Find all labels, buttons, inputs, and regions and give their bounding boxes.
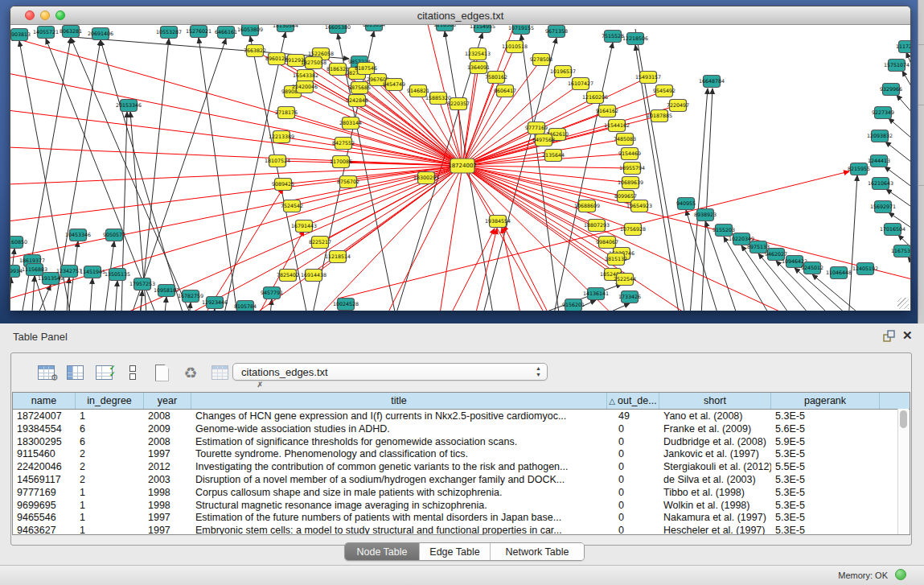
graph-node[interactable]: 12093832 <box>867 130 893 142</box>
network-canvas[interactable]: 1903813140557218063281206914061055328715… <box>10 25 910 311</box>
graph-node[interactable]: 15692971 <box>870 201 896 213</box>
table-settings-button[interactable]: ⚙ <box>35 362 56 383</box>
graph-node[interactable]: 8938923 <box>694 209 717 221</box>
memory-ok-icon[interactable] <box>895 569 906 580</box>
graph-node[interactable]: 18130544 <box>273 25 298 32</box>
graph-node[interactable]: 11544162 <box>604 120 630 132</box>
graph-node[interactable]: 9089425 <box>272 179 294 191</box>
graph-node[interactable]: 8225217 <box>309 237 331 249</box>
graph-node[interactable]: 8427552 <box>332 138 355 150</box>
graph-node[interactable]: 10719155 <box>508 25 534 35</box>
column-header-in-degree[interactable]: in_degree <box>76 393 144 409</box>
table-row[interactable]: 946554611997Estimation of the future num… <box>13 511 910 524</box>
graph-node[interactable]: 16648784 <box>699 76 725 88</box>
column-header-name[interactable]: name <box>13 393 76 409</box>
graph-node[interactable]: 10024528 <box>333 299 359 311</box>
select-all-columns-button[interactable]: ✓✓ <box>93 362 114 383</box>
graph-node[interactable]: 7825402 <box>277 270 299 282</box>
graph-node[interactable]: 25160850 <box>10 237 27 249</box>
graph-node[interactable]: 18955794 <box>619 163 645 175</box>
new-table-button[interactable] <box>151 362 172 383</box>
graph-node[interactable]: 16543382 <box>293 70 318 82</box>
graph-node[interactable]: 13505135 <box>105 269 130 281</box>
graph-node[interactable]: 6497568 <box>532 134 555 146</box>
table-vertical-scrollbar[interactable] <box>897 409 909 534</box>
graph-node[interactable]: 2803144 <box>339 117 362 130</box>
graph-node[interactable]: 9050577 <box>103 229 125 241</box>
tab-edge-table[interactable]: Edge Table <box>419 543 490 560</box>
graph-node[interactable]: 9606417 <box>494 85 516 97</box>
graph-node[interactable]: 2718176 <box>275 107 298 119</box>
graph-node[interactable]: 9671358 <box>545 26 568 38</box>
graph-node[interactable]: 10553287 <box>156 27 182 39</box>
graph-node[interactable]: 8220357 <box>447 98 470 110</box>
graph-node[interactable]: 17957253 <box>129 278 155 290</box>
delete-columns-button[interactable]: ♻︎ <box>180 362 201 383</box>
graph-node[interactable]: 18724007 <box>448 159 477 173</box>
graph-node[interactable]: 16053809 <box>237 25 263 36</box>
table-row[interactable]: 969969511998Structural magnetic resonanc… <box>13 499 910 512</box>
toggle-rows-button[interactable] <box>122 362 143 383</box>
table-row[interactable]: 1938455462009Genome-wide association stu… <box>13 422 910 435</box>
graph-node[interactable]: 16782759 <box>178 290 203 303</box>
column-header-out-de-[interactable]: △out_de... <box>607 393 659 409</box>
network-window-titlebar[interactable]: citations_edges.txt <box>10 6 910 25</box>
graph-node[interactable]: 7580162 <box>485 72 507 84</box>
scrollbar-thumb[interactable] <box>900 410 907 428</box>
graph-node[interactable]: 9227349 <box>872 107 894 119</box>
graph-node[interactable]: 9545492 <box>653 85 676 97</box>
graph-node[interactable]: 7663822 <box>244 45 266 57</box>
graph-node[interactable]: 9155203 <box>713 225 735 237</box>
graph-node[interactable]: 10453346 <box>65 229 91 241</box>
graph-node[interactable]: 3919934 <box>10 266 23 278</box>
table-row[interactable]: 2242004622012Investigating the contribut… <box>13 460 910 473</box>
graph-node[interactable]: 12325413 <box>465 48 491 60</box>
graph-node[interactable]: 8105784 <box>234 301 257 311</box>
graph-node[interactable]: 1903813 <box>10 29 31 41</box>
graph-node[interactable]: 6466161 <box>215 27 237 39</box>
table-row[interactable]: 1456911722003Disruption of a novel membe… <box>13 473 910 486</box>
graph-node[interactable]: 1733426 <box>618 291 641 303</box>
graph-node[interactable]: 9278508 <box>530 54 552 66</box>
graph-node[interactable]: 8454749 <box>383 79 405 91</box>
graph-node[interactable]: 16914438 <box>301 270 326 282</box>
close-panel-icon[interactable]: ✕ <box>902 328 913 343</box>
graph-node[interactable]: 16107427 <box>568 78 593 90</box>
float-panel-icon[interactable] <box>883 330 897 343</box>
column-header-year[interactable]: year <box>144 393 191 409</box>
graph-node[interactable]: 20691406 <box>88 28 113 40</box>
table-row[interactable]: 977716911998Corpus callosum shape and si… <box>13 486 910 499</box>
graph-node[interactable]: 12213389 <box>269 131 294 143</box>
graph-node[interactable]: 8187546 <box>355 63 377 75</box>
column-header-pagerank[interactable]: pagerank <box>771 393 880 409</box>
graph-node[interactable]: 10958187 <box>154 285 179 297</box>
graph-node[interactable]: 12923446 <box>202 297 228 309</box>
graph-node[interactable]: 9245012 <box>801 262 823 274</box>
graph-node[interactable]: 20153346 <box>116 100 142 112</box>
graph-node[interactable]: 14055721 <box>33 27 59 39</box>
table-row[interactable]: 911546021997Tourette syndrome. Phenomeno… <box>13 447 910 460</box>
graph-node[interactable]: 16605380 <box>325 25 351 34</box>
graph-node[interactable]: 9329966 <box>880 84 902 96</box>
graph-node[interactable]: 9984067 <box>596 237 618 249</box>
column-header-short[interactable]: short <box>659 393 771 409</box>
graph-node[interactable]: 9218506 <box>433 25 456 31</box>
graph-node[interactable]: 1170086 <box>330 156 352 168</box>
graph-node[interactable]: 17016504 <box>880 224 906 236</box>
graph-node[interactable]: 9154469 <box>618 148 641 160</box>
graph-node[interactable]: 11046448 <box>826 267 852 279</box>
graph-node[interactable]: 2135644 <box>542 150 565 162</box>
graph-node[interactable]: 2522544 <box>614 274 636 286</box>
graph-node[interactable]: 9457791 <box>261 287 283 299</box>
graph-node[interactable]: 12218506 <box>622 33 648 45</box>
graph-node[interactable]: 11451945 <box>80 266 105 278</box>
graph-node[interactable]: 10756928 <box>620 224 646 236</box>
graph-node[interactable]: 1117296 <box>896 41 910 53</box>
graph-node[interactable]: 1364091 <box>467 62 490 74</box>
show-column-button[interactable] <box>64 362 85 383</box>
graph-node[interactable]: 8063281 <box>60 26 82 38</box>
graph-node[interactable]: 10196537 <box>550 66 576 78</box>
graph-node[interactable]: 16210643 <box>868 178 893 190</box>
graph-node[interactable]: 9777169 <box>525 122 548 134</box>
table-row[interactable]: 1872400712008Changes of HCN gene express… <box>13 410 910 422</box>
